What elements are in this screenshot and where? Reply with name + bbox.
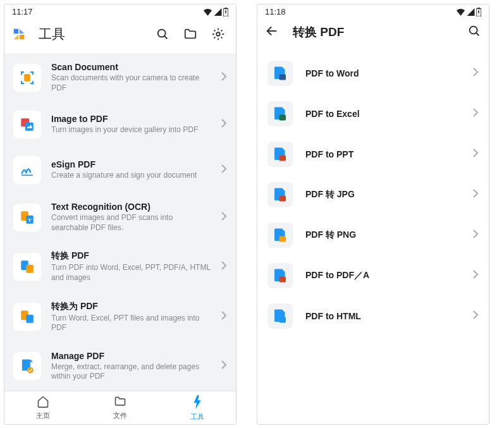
chevron-right-icon <box>472 67 479 80</box>
svg-rect-5 <box>24 74 30 81</box>
convert-item[interactable]: PDF 转 PNG <box>257 215 489 255</box>
tool-title: Image to PDF <box>51 114 211 124</box>
wifi-icon <box>203 8 212 16</box>
status-icons <box>456 8 481 16</box>
tool-item[interactable]: eSign PDFCreate a signature and sign you… <box>4 147 236 193</box>
nav-label: 文件 <box>113 411 127 420</box>
convert-item[interactable]: PDF to PDF／A <box>257 255 489 296</box>
tool-text: Image to PDFTurn images in your device g… <box>51 114 211 135</box>
tool-subtitle: Convert images and PDF scans into search… <box>51 213 211 233</box>
page-title: 工具 <box>39 25 145 43</box>
tool-subtitle: Scan documents with your camera to creat… <box>51 73 211 93</box>
folder-icon <box>183 27 197 41</box>
tool-item[interactable]: Image to PDFTurn images in your device g… <box>4 102 236 147</box>
nav-tab-files[interactable]: 文件 <box>82 391 159 424</box>
battery-icon <box>476 8 481 16</box>
search-icon <box>467 24 481 38</box>
svg-point-4 <box>216 32 220 36</box>
search-button[interactable] <box>467 24 481 40</box>
scan-icon <box>13 64 41 92</box>
status-bar: 11:17 <box>4 4 236 18</box>
tool-subtitle: Turn Word, Excel, PPT files and images i… <box>51 314 211 333</box>
chevron-right-icon <box>221 164 227 176</box>
tool-item[interactable]: Scan DocumentScan documents with your ca… <box>4 53 236 102</box>
esign-icon <box>13 156 41 184</box>
bottom-nav: 主页文件工具 <box>4 391 236 424</box>
svg-rect-28 <box>280 277 286 283</box>
convertto-icon <box>13 303 41 331</box>
tool-item[interactable]: Manage PDFMerge, extract, rearrange, and… <box>4 342 236 391</box>
tool-item[interactable]: TText Recognition (OCR)Convert images an… <box>4 193 236 242</box>
chevron-right-icon <box>472 107 479 120</box>
svg-rect-1 <box>224 8 226 9</box>
app-bar: 工具 <box>4 18 236 53</box>
svg-point-21 <box>470 27 477 34</box>
back-button[interactable] <box>265 24 279 40</box>
convert-item[interactable]: PDF to Excel <box>257 94 489 134</box>
files-icon <box>113 395 127 410</box>
img2pdf-icon <box>13 111 41 138</box>
svg-rect-19 <box>477 8 479 9</box>
page-title: 转换 PDF <box>293 24 457 40</box>
chevron-right-icon <box>472 188 479 201</box>
tool-title: Text Recognition (OCR) <box>51 202 211 212</box>
status-icons <box>203 8 228 16</box>
arrow-left-icon <box>265 24 279 38</box>
tool-title: 转换为 PDF <box>51 301 211 312</box>
nav-tab-home[interactable]: 主页 <box>4 391 82 424</box>
tool-text: 转换 PDFTurn PDF into Word, Excel, PPT, PD… <box>51 250 211 283</box>
battery-icon <box>223 8 228 16</box>
tool-text: 转换为 PDFTurn Word, Excel, PPT files and i… <box>51 301 211 333</box>
svg-rect-29 <box>280 317 286 323</box>
svg-rect-26 <box>280 196 286 202</box>
pdf-word-icon <box>267 61 293 86</box>
svg-rect-24 <box>280 115 286 121</box>
chevron-right-icon <box>221 310 227 323</box>
folder-button[interactable] <box>180 24 200 44</box>
ocr-icon: T <box>13 204 41 231</box>
search-button[interactable] <box>152 24 173 44</box>
convert-title: PDF to PDF／A <box>305 270 460 281</box>
convert-item[interactable]: PDF to HTML <box>257 296 489 336</box>
tool-text: Scan DocumentScan documents with your ca… <box>51 62 211 93</box>
svg-rect-23 <box>280 75 286 80</box>
pdf-png-icon <box>267 223 293 248</box>
convert-title: PDF to Excel <box>305 109 460 119</box>
nav-tab-tools[interactable]: 工具 <box>159 391 236 424</box>
tool-subtitle: Turn PDF into Word, Excel, PPT, PDF/A, H… <box>51 263 211 283</box>
tool-item[interactable]: 转换 PDFTurn PDF into Word, Excel, PPT, PD… <box>4 242 236 291</box>
tool-text: eSign PDFCreate a signature and sign you… <box>51 159 211 181</box>
tool-item[interactable]: 转换为 PDFTurn Word, Excel, PPT files and i… <box>4 292 236 342</box>
tool-title: eSign PDF <box>51 159 211 169</box>
svg-rect-7 <box>25 123 34 131</box>
convert-item[interactable]: PDF 转 JPG <box>257 174 489 215</box>
search-icon <box>156 27 169 41</box>
status-time: 11:17 <box>12 7 33 16</box>
svg-rect-15 <box>26 315 33 323</box>
gear-icon <box>211 27 225 41</box>
tool-title: 转换 PDF <box>51 250 211 262</box>
chevron-right-icon <box>221 360 227 372</box>
settings-button[interactable] <box>208 24 228 44</box>
svg-rect-25 <box>280 156 286 161</box>
pdf-jpg-icon <box>267 182 293 207</box>
tool-title: Manage PDF <box>51 351 211 361</box>
chevron-right-icon <box>221 71 227 84</box>
svg-point-2 <box>158 30 166 37</box>
tool-title: Scan Document <box>51 62 211 72</box>
chevron-right-icon <box>472 310 479 322</box>
svg-rect-27 <box>280 236 286 242</box>
chevron-right-icon <box>221 118 227 131</box>
convert-item[interactable]: PDF to PPT <box>257 134 489 174</box>
manage-icon <box>13 352 41 380</box>
svg-line-22 <box>476 33 479 35</box>
pdf-excel-icon <box>267 101 293 126</box>
convert-item[interactable]: PDF to Word <box>257 53 489 94</box>
chevron-right-icon <box>472 229 479 242</box>
app-logo-icon <box>12 27 26 41</box>
convert-title: PDF to HTML <box>305 311 460 321</box>
pdf-pdfa-icon <box>267 263 293 288</box>
phone-convert: 11:18 转换 PDF PDF to WordPDF to ExcelPDF … <box>257 4 489 425</box>
convert-title: PDF 转 PNG <box>305 229 460 241</box>
convert-title: PDF to Word <box>305 68 460 78</box>
